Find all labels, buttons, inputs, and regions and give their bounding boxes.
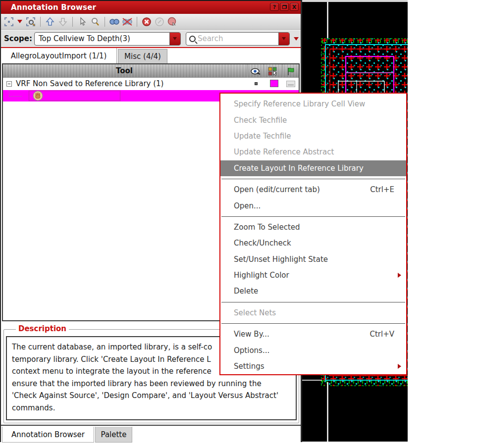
scope-label: Scope: xyxy=(4,34,32,43)
move-up-icon[interactable] xyxy=(45,16,55,27)
fit-selected-icon[interactable] xyxy=(25,16,36,27)
tree-branch-line xyxy=(9,90,9,96)
toolbar xyxy=(1,14,301,30)
menu-item-open[interactable]: Open... xyxy=(220,198,406,213)
find-off-icon[interactable] xyxy=(122,16,133,27)
restore-button[interactable] xyxy=(280,3,289,11)
menu-separator xyxy=(221,302,405,302)
toolbar-separator xyxy=(105,17,105,27)
description-line: ensure that the imported library has bee… xyxy=(12,378,291,390)
toolbar-separator xyxy=(72,17,73,27)
menu-item-open-edit[interactable]: Open (edit/current tab)Ctrl+E xyxy=(220,182,406,198)
shortcut-label: Ctrl+E xyxy=(370,185,394,194)
menu-separator xyxy=(221,179,405,179)
menu-item-update-techfile[interactable]: Update Techfile xyxy=(220,128,406,144)
flag-cell-icon[interactable] xyxy=(286,81,295,87)
help-button[interactable]: ? xyxy=(270,3,279,11)
menu-item-settings[interactable]: Settings xyxy=(220,358,406,374)
reload-icon[interactable] xyxy=(167,16,178,27)
highlight-column-header[interactable] xyxy=(264,64,282,78)
menu-item-create-layout[interactable]: Create Layout In Reference Library xyxy=(220,160,406,176)
flag-icon xyxy=(286,67,295,76)
visibility-column-header[interactable] xyxy=(247,64,264,78)
fit-view-icon[interactable] xyxy=(3,16,14,27)
submenu-arrow-icon xyxy=(398,364,401,369)
window-title: Annotation Browser xyxy=(1,3,96,12)
toolbar-separator xyxy=(40,17,41,27)
restore-icon xyxy=(282,5,287,9)
bottom-tab-annotation-browser[interactable]: Annotation Browser xyxy=(2,427,94,443)
menu-item-check-uncheck[interactable]: Check/Uncheck xyxy=(220,235,406,251)
tab-allegrolayoutimport[interactable]: AllegroLayoutImport (1/1) xyxy=(1,48,117,63)
select-color-icon xyxy=(268,67,279,76)
search-icon xyxy=(189,36,196,42)
tree-row-vrf[interactable]: VRF Non Saved to Reference Library (1) xyxy=(3,78,299,90)
tree-row-label: VRF Non Saved to Reference Library (1) xyxy=(16,79,163,88)
search-dropdown-button[interactable] xyxy=(278,33,289,45)
scope-row: Scope: Top Cellview To Depth(3) xyxy=(1,30,301,47)
move-down-icon[interactable] xyxy=(57,16,68,27)
tree-branch-line xyxy=(9,96,22,97)
menu-item-check-techfile[interactable]: Check Techfile xyxy=(220,112,406,128)
zoom-icon[interactable] xyxy=(90,16,101,27)
tree-header-tool-column[interactable]: Tool xyxy=(3,66,246,75)
search-box[interactable] xyxy=(186,32,290,46)
eye-icon xyxy=(250,68,261,75)
menu-item-select-nets[interactable]: Select Nets xyxy=(220,305,406,321)
description-line: 'Check Against Source', 'Design Compare'… xyxy=(12,390,291,402)
find-icon[interactable] xyxy=(109,16,120,27)
dropdown-triangle-icon[interactable] xyxy=(17,20,22,23)
tab-misc[interactable]: Misc (4/4) xyxy=(118,49,167,63)
flag-column-header[interactable] xyxy=(282,64,299,78)
collapse-icon[interactable] xyxy=(6,81,12,87)
submenu-arrow-icon xyxy=(398,273,401,278)
menu-separator xyxy=(221,323,405,324)
search-input[interactable] xyxy=(196,34,278,43)
description-label: Description xyxy=(16,324,69,333)
scope-dropdown[interactable]: Top Cellview To Depth(3) xyxy=(34,32,181,46)
description-line: commands. xyxy=(12,402,291,414)
tab-bar: AllegroLayoutImport (1/1) Misc (4/4) xyxy=(1,47,301,63)
scope-dropdown-button[interactable] xyxy=(169,33,180,45)
chevron-down-icon xyxy=(282,37,286,40)
tree-header[interactable]: Tool xyxy=(3,64,299,78)
title-bar[interactable]: Annotation Browser ? X xyxy=(1,1,301,14)
menu-separator xyxy=(221,216,405,217)
chevron-down-icon xyxy=(173,37,177,40)
bottom-tab-palette[interactable]: Palette xyxy=(95,427,132,443)
shortcut-label: Ctrl+V xyxy=(370,330,394,339)
menu-item-specify-reference[interactable]: Specify Reference Library Cell View xyxy=(220,96,406,112)
hand-icon xyxy=(33,91,43,103)
menu-item-set-unset-highlight[interactable]: Set/Unset Highlight State xyxy=(220,251,406,267)
remove-disabled-icon[interactable] xyxy=(154,16,165,27)
highlight-color-swatch[interactable] xyxy=(270,80,278,87)
select-pointer-icon[interactable] xyxy=(77,16,88,27)
bottom-tab-bar: Annotation Browser Palette xyxy=(1,425,301,443)
scope-value: Top Cellview To Depth(3) xyxy=(35,34,169,43)
menu-item-view-by[interactable]: View By...Ctrl+V xyxy=(220,326,406,342)
menu-item-zoom-to-selected[interactable]: Zoom To Selected xyxy=(220,219,406,235)
close-button[interactable]: X xyxy=(290,3,299,11)
menu-item-delete[interactable]: Delete xyxy=(220,283,406,299)
menu-item-update-reference-abstract[interactable]: Update Reference Abstract xyxy=(220,144,406,160)
toolbar-separator xyxy=(137,17,137,27)
menu-item-highlight-color[interactable]: Highlight Color xyxy=(220,267,406,283)
search-options-triangle-icon[interactable] xyxy=(294,37,299,41)
visibility-cell[interactable] xyxy=(255,82,258,85)
menu-item-options[interactable]: Options... xyxy=(220,342,406,358)
remove-icon[interactable] xyxy=(141,16,152,27)
context-menu: Specify Reference Library Cell View Chec… xyxy=(219,93,407,375)
